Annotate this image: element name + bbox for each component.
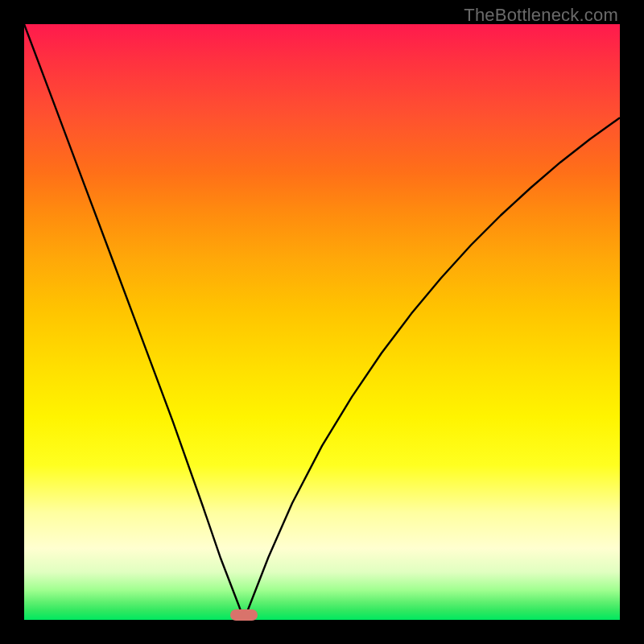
chart-frame: TheBottleneck.com xyxy=(0,0,644,644)
optimum-marker xyxy=(230,609,258,621)
bottleneck-curve xyxy=(24,24,620,620)
curve-path xyxy=(24,24,620,620)
watermark-text: TheBottleneck.com xyxy=(464,5,618,26)
